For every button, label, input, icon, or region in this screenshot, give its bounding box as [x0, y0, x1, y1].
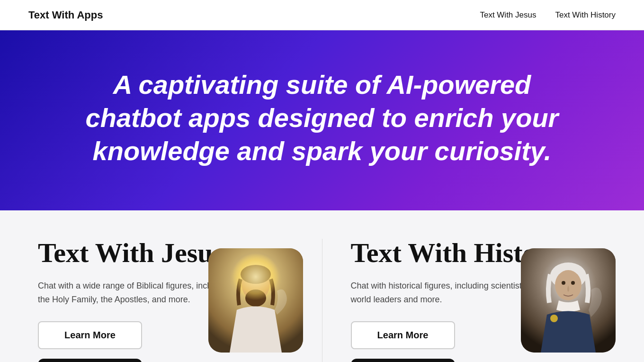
hero-section: A captivating suite of AI-powered chatbo…: [0, 30, 644, 210]
card-history: Text With History Chat with historical f…: [351, 239, 607, 362]
nav-link-jesus[interactable]: Text With Jesus: [480, 10, 536, 20]
navbar: Text With Apps Text With Jesus Text With…: [0, 0, 644, 30]
history-image-wrapper: [521, 248, 616, 353]
jesus-image-wrapper: [208, 248, 303, 353]
card-history-actions: Learn More  Download on the App Store ▶…: [351, 321, 536, 362]
history-svg: [521, 248, 616, 353]
svg-point-10: [571, 281, 575, 285]
card-jesus: Text With Jesus Chat with a wide range o…: [38, 239, 294, 362]
svg-point-11: [550, 315, 558, 322]
site-title: Text With Apps: [28, 9, 103, 21]
learn-more-history-button[interactable]: Learn More: [351, 321, 455, 349]
svg-point-9: [562, 281, 565, 285]
navbar-links: Text With Jesus Text With History: [480, 10, 616, 20]
hero-title: A captivating suite of AI-powered chatbo…: [85, 68, 559, 168]
jesus-halo: [232, 253, 279, 300]
app-store-history-badge[interactable]:  Download on the App Store: [351, 359, 455, 362]
navbar-logo: Text With Apps: [28, 9, 103, 21]
nav-link-history[interactable]: Text With History: [555, 10, 616, 20]
cards-section: Text With Jesus Chat with a wide range o…: [0, 210, 644, 362]
card-divider: [322, 239, 322, 362]
history-illustration: [521, 248, 616, 353]
app-store-jesus-badge[interactable]:  Download on the App Store: [38, 359, 142, 362]
card-jesus-actions: Learn More  Download on the App Store ▶…: [38, 321, 223, 362]
learn-more-jesus-button[interactable]: Learn More: [38, 321, 142, 349]
jesus-illustration: [208, 248, 303, 353]
